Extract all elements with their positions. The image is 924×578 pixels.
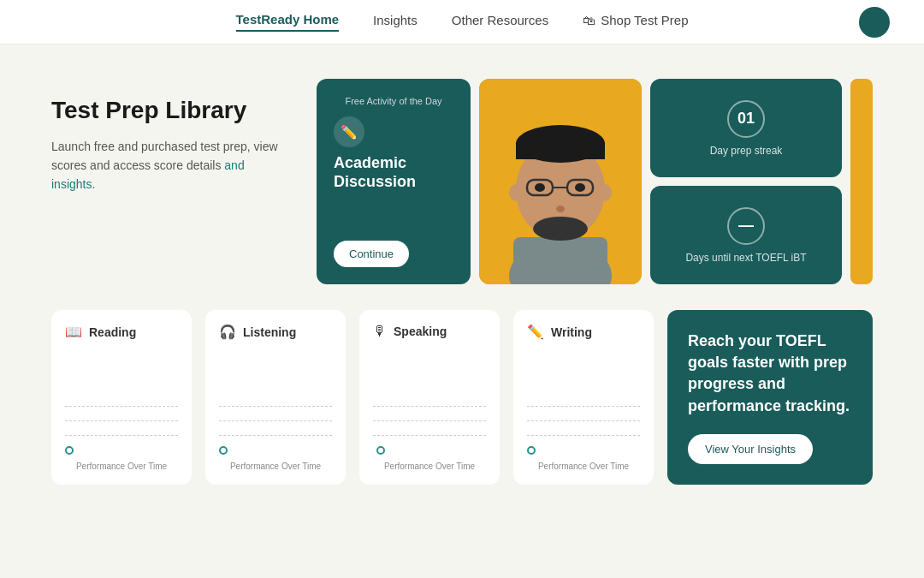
activity-card: Free Activity of the Day ✏️ Academic Dis… (317, 79, 471, 284)
pencil-icon: ✏️ (341, 124, 358, 140)
view-insights-button[interactable]: View Your Insights (688, 434, 813, 464)
skill-header-speaking: 🎙 Speaking (373, 324, 486, 339)
bag-icon: 🛍 (583, 13, 595, 27)
svg-point-6 (533, 217, 588, 241)
dashed-line-2 (219, 420, 332, 421)
page-title: Test Prep Library (51, 96, 291, 125)
dashed-line-2 (65, 420, 178, 421)
skill-card-speaking: 🎙 Speaking Performance Over Time (359, 310, 500, 485)
user-avatar[interactable] (859, 7, 890, 38)
speaking-icon: 🎙 (373, 324, 387, 339)
cta-text: Reach your TOEFL goals faster with prep … (688, 331, 852, 417)
dashed-line-2 (373, 420, 486, 421)
reading-icon: 📖 (65, 324, 82, 340)
skill-header-listening: 🎧 Listening (219, 324, 332, 340)
dashed-line-3 (65, 435, 178, 436)
skill-card-reading: 📖 Reading Performance Over Time (51, 310, 192, 485)
svg-point-12 (556, 206, 565, 212)
desc-link: and (224, 158, 244, 172)
dashed-line-3 (219, 435, 332, 436)
reading-chart (65, 354, 178, 455)
listening-chart (219, 354, 332, 455)
continue-button[interactable]: Continue (334, 241, 409, 267)
skill-header-reading: 📖 Reading (65, 324, 178, 340)
cards-row: Free Activity of the Day ✏️ Academic Dis… (317, 79, 873, 284)
streak-number: 01 (727, 100, 765, 138)
listening-icon: 🎧 (219, 324, 236, 340)
nav-testready-home[interactable]: TestReady Home (236, 12, 340, 32)
chart-dot (376, 446, 385, 455)
svg-rect-2 (513, 237, 607, 284)
svg-point-13 (509, 184, 523, 201)
chart-dot (527, 446, 536, 455)
speaking-chart (373, 353, 486, 455)
activity-title: Academic Discussion (334, 154, 453, 191)
svg-point-14 (598, 184, 612, 201)
main-section: Test Prep Library Launch free and purcha… (0, 45, 924, 284)
reading-chart-label: Performance Over Time (65, 462, 178, 471)
nav-shop[interactable]: 🛍 Shop Test Prep (583, 13, 688, 31)
writing-label: Writing (551, 325, 592, 339)
dashed-line-3 (527, 435, 640, 436)
svg-rect-5 (516, 142, 605, 159)
dashed-line-3 (373, 435, 486, 436)
streak-card: 01 Day prep streak (650, 79, 842, 177)
days-number: — (727, 207, 765, 245)
dashed-line-1 (219, 406, 332, 407)
photo-card (479, 79, 642, 284)
insights-cta-card: Reach your TOEFL goals faster with prep … (667, 310, 873, 485)
activity-icon: ✏️ (334, 116, 364, 147)
activity-tag: Free Activity of the Day (334, 96, 453, 106)
svg-point-11 (575, 183, 585, 192)
writing-chart (527, 354, 640, 455)
listening-chart-label: Performance Over Time (219, 462, 332, 471)
days-label: Days until next TOEFL iBT (685, 252, 806, 264)
writing-icon: ✏️ (527, 324, 544, 340)
reading-label: Reading (89, 325, 136, 339)
nav-insights[interactable]: Insights (373, 13, 418, 31)
desc-part3: . (92, 177, 95, 191)
hero-left: Test Prep Library Launch free and purcha… (51, 79, 291, 284)
speaking-chart-label: Performance Over Time (373, 462, 486, 471)
chart-dot (65, 446, 74, 455)
dashed-line-1 (527, 406, 640, 407)
speaking-label: Speaking (394, 325, 447, 338)
desc-part2: insights (51, 177, 92, 191)
dashed-line-2 (527, 420, 640, 421)
navbar: TestReady Home Insights Other Resources … (0, 0, 924, 45)
svg-point-10 (535, 183, 545, 192)
dashed-line-1 (373, 406, 486, 407)
skill-card-listening: 🎧 Listening Performance Over Time (205, 310, 346, 485)
nav-other-resources[interactable]: Other Resources (452, 13, 548, 31)
days-card: — Days until next TOEFL iBT (650, 186, 842, 284)
skill-card-writing: ✏️ Writing Performance Over Time (513, 310, 654, 485)
chart-dot (219, 446, 228, 455)
writing-chart-label: Performance Over Time (527, 462, 640, 471)
dashed-line-1 (65, 406, 178, 407)
stat-cards-column: 01 Day prep streak — Days until next TOE… (650, 79, 842, 284)
skill-header-writing: ✏️ Writing (527, 324, 640, 340)
yellow-accent-strip (850, 79, 873, 284)
listening-label: Listening (243, 325, 296, 339)
skills-section: 📖 Reading Performance Over Time 🎧 Listen… (0, 284, 924, 502)
hero-description: Launch free and purchased test prep, vie… (51, 137, 291, 194)
streak-label: Day prep streak (710, 145, 783, 157)
